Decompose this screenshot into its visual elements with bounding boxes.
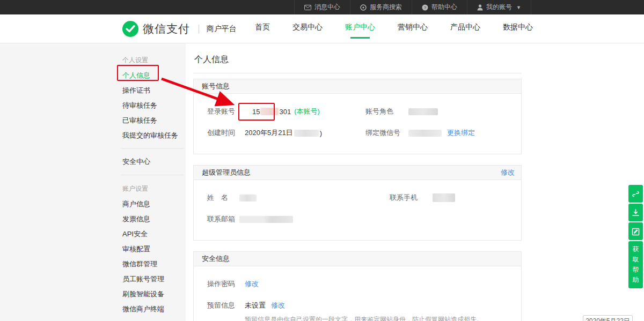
sidebar-divider	[121, 148, 184, 149]
sidebar-item-pending-review-tasks[interactable]: 待审核任务	[122, 98, 186, 113]
security-info-panel: 安全信息 操作密码 修改 预留信息 未设置 修改 预留信息是由你自己设置的一段文…	[193, 251, 522, 321]
topbar: 消息中心 服务商搜索 ? 帮助中心 我的账号 ▼	[0, 0, 644, 14]
reserved-info-label: 预留信息	[207, 301, 245, 310]
get-help-label: 获取帮助	[632, 244, 639, 285]
sidebar-item-personal-info[interactable]: 个人信息	[122, 68, 186, 83]
current-account-tag: (本账号)	[294, 107, 320, 116]
sidebar-item-wechat-merchant-terminal[interactable]: 微信商户终端	[122, 302, 186, 317]
portal-name: 商户平台	[207, 24, 237, 34]
sidebar-divider	[121, 175, 184, 175]
sidebar-item-invoice-info[interactable]: 发票信息	[122, 212, 186, 227]
sidebar-header-personal-settings: 个人设置	[122, 52, 186, 68]
topbar-message-center[interactable]: 消息中心	[294, 0, 350, 14]
svg-text:?: ?	[424, 5, 427, 10]
redacted-admin-name	[239, 195, 257, 201]
note-line: 预留信息是由你自己设置的一段文字，用来鉴定网站身份，防止假冒网站造成损失。	[245, 315, 513, 321]
account-info-title: 账号信息	[202, 81, 230, 91]
sidebar-header-account-settings: 账户设置	[122, 181, 186, 197]
chevron-down-icon: ▼	[516, 5, 521, 10]
super-admin-panel-header: 超级管理员信息 修改	[194, 166, 521, 180]
sidebar-item-review-config[interactable]: 审核配置	[122, 242, 186, 257]
sidebar-item-my-submitted-review-tasks[interactable]: 我提交的审核任务	[122, 128, 186, 143]
page-title: 个人信息	[193, 52, 644, 73]
download-button[interactable]	[628, 204, 643, 221]
topbar-provider-search[interactable]: 服务商搜索	[350, 0, 412, 14]
super-admin-title: 超级管理员信息	[202, 168, 251, 177]
redacted-created-time	[294, 130, 319, 137]
sidebar-item-api-security[interactable]: API安全	[122, 227, 186, 242]
brand-name: 微信支付	[143, 21, 190, 36]
help-icon: ?	[422, 4, 428, 11]
super-admin-edit-link[interactable]: 修改	[501, 168, 515, 177]
topbar-item-label: 服务商搜索	[370, 3, 402, 12]
login-account-value: 15301 (本账号)	[245, 107, 320, 116]
reserved-info-status: 未设置	[245, 301, 266, 310]
link-icon	[632, 190, 640, 198]
security-info-body: 操作密码 修改 预留信息 未设置 修改 预留信息是由你自己设置的一段文字，用来鉴…	[194, 266, 521, 321]
sidebar-item-staff-account-management[interactable]: 员工账号管理	[122, 272, 186, 287]
account-info-body: 登录账号 15301 (本账号) 账号角色 创建时间 2020年5月21日)	[194, 94, 521, 154]
security-info-title: 安全信息	[202, 254, 230, 264]
message-icon	[304, 5, 311, 10]
reserved-info-notes: 预留信息是由你自己设置的一段文字，用来鉴定网站身份，防止假冒网站造成损失。 配置…	[207, 315, 513, 321]
nav-account-center[interactable]: 账户中心	[344, 19, 376, 39]
super-admin-body: 姓 名 联系手机 联系邮箱	[194, 180, 521, 240]
date-tooltip: 2020年5月22日	[583, 315, 633, 321]
nav-home[interactable]: 首页	[254, 19, 271, 39]
contact-phone-label: 联系手机	[390, 193, 433, 203]
link-button[interactable]	[628, 185, 643, 203]
nav-transaction-center[interactable]: 交易中心	[291, 19, 324, 39]
operation-password-edit-link[interactable]: 修改	[245, 279, 259, 289]
redacted-contact-email	[239, 216, 293, 223]
redacted-wechat-id	[408, 130, 442, 137]
change-binding-link[interactable]: 更换绑定	[447, 128, 475, 138]
sidebar-item-reviewed-tasks[interactable]: 已审核任务	[122, 113, 186, 128]
bound-wechat-label: 绑定微信号	[365, 128, 408, 138]
topbar-my-account[interactable]: 我的账号 ▼	[467, 0, 531, 14]
brand-divider: |	[197, 23, 200, 34]
account-info-panel-header: 账号信息	[194, 79, 521, 94]
super-admin-panel: 超级管理员信息 修改 姓 名 联系手机 联系邮箱	[193, 165, 522, 241]
sidebar-item-wechat-group-management[interactable]: 微信群管理	[122, 257, 186, 272]
created-time-label: 创建时间	[207, 128, 245, 138]
topbar-item-label: 消息中心	[314, 3, 340, 12]
redacted-login-middle	[260, 108, 279, 115]
get-help-button[interactable]: 获取帮助	[628, 241, 643, 288]
main-nav: 首页 交易中心 账户中心 营销中心 产品中心 数据中心	[254, 19, 534, 39]
brand: 微信支付 | 商户平台	[122, 21, 237, 37]
sidebar: 个人设置 个人信息 操作证书 待审核任务 已审核任务 我提交的审核任务 安全中心…	[0, 43, 186, 321]
nav-marketing-center[interactable]: 营销中心	[397, 19, 429, 39]
sidebar-item-security-center[interactable]: 安全中心	[122, 154, 186, 169]
nav-product-center[interactable]: 产品中心	[449, 19, 481, 39]
sidebar-item-operation-certificate[interactable]: 操作证书	[122, 83, 186, 98]
created-time-value: 2020年5月21日)	[245, 128, 322, 138]
redacted-account-role	[408, 108, 438, 115]
nav-data-center[interactable]: 数据中心	[502, 19, 534, 39]
sidebar-item-face-smart-device[interactable]: 刷脸智能设备	[122, 287, 186, 302]
edit-icon	[632, 227, 640, 236]
floating-help-widget: 获取帮助	[628, 185, 643, 288]
feedback-button[interactable]	[628, 222, 643, 240]
reserved-info-edit-link[interactable]: 修改	[271, 301, 285, 310]
redacted-contact-phone	[433, 193, 455, 202]
login-account-label: 登录账号	[207, 107, 245, 116]
topbar-help-center[interactable]: ? 帮助中心	[412, 0, 467, 14]
download-icon	[632, 208, 640, 217]
wechat-pay-logo-icon	[122, 21, 138, 37]
header: 微信支付 | 商户平台 首页 交易中心 账户中心 营销中心 产品中心 数据中心	[0, 14, 644, 43]
account-role-label: 账号角色	[365, 107, 408, 116]
topbar-item-label: 帮助中心	[431, 3, 457, 12]
sidebar-item-merchant-info[interactable]: 商户信息	[122, 197, 186, 212]
search-icon	[360, 4, 367, 11]
account-icon	[477, 4, 483, 11]
security-info-panel-header: 安全信息	[194, 252, 521, 266]
topbar-item-label: 我的账号	[486, 3, 512, 12]
title-divider	[193, 73, 522, 73]
operation-password-label: 操作密码	[207, 279, 245, 289]
main-content: 个人信息 账号信息 登录账号 15301 (本账号) 账号角色	[186, 43, 644, 321]
account-info-panel: 账号信息 登录账号 15301 (本账号) 账号角色 创建时间	[193, 79, 522, 154]
